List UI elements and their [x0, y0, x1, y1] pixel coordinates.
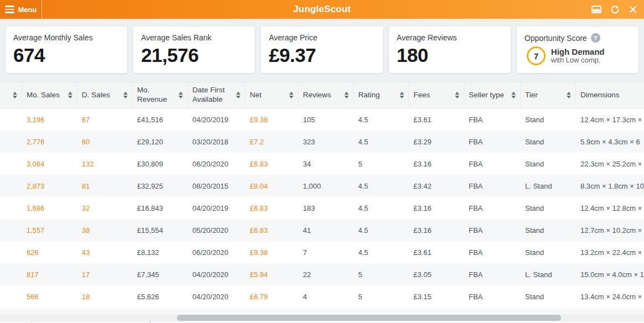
cell-d-sales: 43 — [77, 241, 133, 263]
cell-tier: Stand — [521, 285, 576, 308]
cell-mo-revenue: £29,120 — [133, 131, 188, 153]
column-header-label: D. Sales — [82, 91, 121, 100]
column-header-date-first-available[interactable]: Date First Available — [188, 82, 245, 108]
column-header-label: Rating — [358, 91, 397, 100]
cell-date-first-available: 05/20/2020 — [188, 219, 245, 241]
cell-tier: Stand — [521, 108, 576, 131]
column-header-label: Date First Available — [192, 86, 234, 105]
column-header-blank[interactable] — [0, 82, 22, 108]
cell-net: £6.83 — [245, 219, 299, 241]
sort-arrows-icon — [344, 92, 349, 99]
cell-d-sales: 81 — [77, 175, 133, 197]
cell-dimensions: 15.0cm × 4.0cm × 1 — [576, 263, 644, 285]
cell-mo-revenue: £8,132 — [133, 241, 188, 263]
cell-fees: £3.16 — [409, 153, 464, 175]
cell-seller-type: FBA — [464, 108, 521, 131]
cell-mo-sales: 817 — [22, 263, 77, 285]
table-row: 1,68632£16,84304/20/2019£6.831834.5£3.16… — [0, 197, 644, 219]
cell-date-first-available: 04/20/2020 — [188, 263, 245, 285]
cell-blank — [0, 263, 22, 285]
stat-cards: Average Monthly Sales 674 Average Sales … — [6, 27, 638, 73]
cell-fees: £3.05 — [409, 263, 464, 285]
cell-rating: 4.5 — [354, 108, 409, 131]
column-header-tier[interactable]: Tier — [521, 82, 576, 108]
cell-seller-type: FBA — [464, 153, 521, 175]
table-body: 3,19667£41,51604/20/2019£9.381054.5£3.61… — [0, 108, 644, 323]
refresh-icon[interactable] — [609, 4, 620, 15]
column-header-label: Reviews — [303, 91, 342, 100]
cell-d-sales: 67 — [77, 108, 133, 131]
cell-mo-revenue: £30,809 — [133, 153, 188, 175]
cell-date-first-available: 06/20/2020 — [188, 241, 245, 263]
column-header-net[interactable]: Net — [245, 82, 299, 108]
cell-dimensions: 5.9cm × 4.3cm × 6 — [576, 131, 644, 153]
table-row: 3,084132£30,80906/20/2020£6.83345£3.16FB… — [0, 153, 644, 175]
opportunity-headline: High Demand — [551, 47, 605, 56]
hamburger-icon — [5, 6, 14, 13]
cell-fees: £3.16 — [409, 197, 464, 219]
cell-rating: 4.5 — [354, 175, 409, 197]
cell-net: £9.38 — [245, 241, 299, 263]
column-header-d-sales[interactable]: D. Sales — [77, 82, 133, 108]
sort-arrows-icon — [289, 92, 294, 99]
cell-dimensions: 12.4cm × 12.8cm × — [576, 197, 644, 219]
cell-seller-type: FBA — [464, 175, 521, 197]
cell-date-first-available: 04/20/2019 — [188, 108, 245, 131]
cell-net: £8.04 — [245, 175, 299, 197]
stat-card-opportunity-score: Opportunity Score ? 7 High Demand with L… — [517, 27, 638, 73]
column-header-reviews[interactable]: Reviews — [299, 82, 354, 108]
cell-rating: 4.5 — [354, 131, 409, 153]
cell-mo-sales: 2,873 — [22, 175, 77, 197]
top-bar: Menu JungleScout — [0, 0, 644, 19]
cell-reviews: 34 — [299, 153, 354, 175]
column-header-seller-type[interactable]: Seller type — [464, 82, 521, 108]
sort-arrows-icon — [179, 92, 183, 99]
app-title: JungleScout — [0, 4, 644, 15]
cell-seller-type: FBA — [464, 285, 521, 308]
cell-seller-type: FBA — [464, 197, 521, 219]
cell-net: £5.94 — [245, 263, 299, 285]
stat-value: 21,576 — [141, 45, 247, 65]
cell-blank — [0, 153, 22, 175]
column-header-dimensions: Dimensions — [576, 82, 644, 108]
close-icon[interactable] — [627, 4, 638, 15]
column-header-rating[interactable]: Rating — [354, 82, 409, 108]
sort-arrows-icon — [511, 92, 516, 99]
cell-date-first-available: 03/20/2018 — [188, 131, 245, 153]
stat-label: Average Reviews — [397, 33, 503, 42]
sort-arrows-icon — [236, 92, 240, 99]
horizontal-scrollbar-thumb[interactable] — [177, 315, 561, 321]
table-row: 56618£5,62604/20/2020£6.7945£3.15FBAStan… — [0, 285, 644, 308]
cell-reviews: 4 — [299, 285, 354, 308]
cell-tier: L. Stand — [521, 175, 576, 197]
cell-net: £7.2 — [245, 131, 299, 153]
cell-mo-sales: 3,084 — [22, 153, 77, 175]
column-header-label: Seller type — [469, 91, 509, 100]
cell-reviews: 22 — [299, 263, 354, 285]
cell-mo-revenue: £7,345 — [133, 263, 188, 285]
stat-label: Average Price — [269, 33, 375, 42]
column-header-label: Tier — [525, 91, 564, 100]
column-header-fees[interactable]: Fees — [409, 82, 464, 108]
cell-mo-sales: 3,196 — [22, 108, 77, 131]
window-icon[interactable] — [591, 4, 602, 15]
cell-mo-sales: 1,557 — [22, 219, 77, 241]
horizontal-scrollbar-track[interactable] — [0, 314, 644, 321]
question-icon[interactable]: ? — [591, 33, 600, 43]
cell-seller-type: FBA — [464, 241, 521, 263]
cell-date-first-available: 04/20/2019 — [188, 197, 245, 219]
stat-label: Average Monthly Sales — [13, 33, 119, 42]
window-controls — [591, 0, 638, 19]
menu-button-label: Menu — [18, 6, 37, 14]
table-row: 3,19667£41,51604/20/2019£9.381054.5£3.61… — [0, 108, 644, 131]
sort-arrows-icon — [400, 92, 404, 99]
column-header-mo-sales[interactable]: Mo. Sales — [22, 82, 77, 108]
cell-blank — [0, 131, 22, 153]
cell-rating: 4.5 — [354, 197, 409, 219]
column-header-mo-revenue[interactable]: Mo. Revenue — [133, 82, 188, 108]
cell-rating: 5 — [354, 263, 409, 285]
menu-button[interactable]: Menu — [0, 0, 42, 19]
score-circle: 7 — [527, 46, 546, 65]
cell-net: £6.83 — [245, 197, 299, 219]
cell-seller-type: FBA — [464, 219, 521, 241]
